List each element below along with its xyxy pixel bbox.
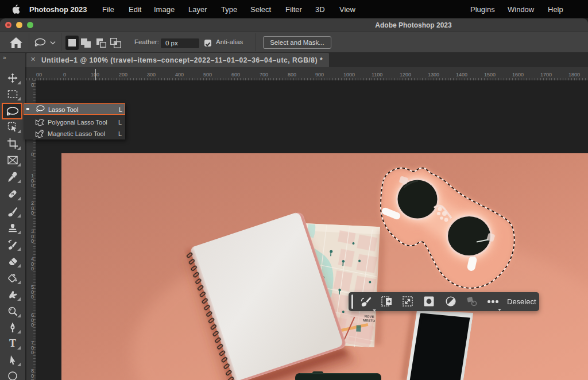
svg-text:NOVE: NOVE — [364, 315, 374, 319]
svg-text:MESTO: MESTO — [363, 319, 376, 323]
svg-text:T: T — [9, 338, 16, 349]
